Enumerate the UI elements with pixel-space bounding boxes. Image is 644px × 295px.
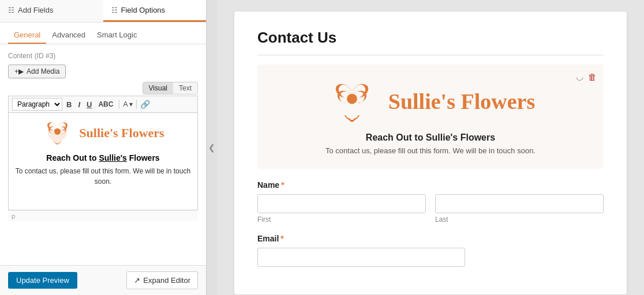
hero-heading: Reach Out to Sullie's Flowers [366,133,495,143]
name-label: Name * [257,180,604,190]
underline-button[interactable]: U [84,99,94,110]
color-button[interactable]: A ▾ [123,100,133,108]
first-label: First [257,215,426,224]
preview-title: Contact Us [257,29,604,55]
p-indicator: p [8,210,198,221]
email-field-group: Email * [257,234,604,267]
add-media-icon: +▶ [14,67,24,75]
editor-heading: Reach Out to Sullie's Flowers [14,153,192,162]
subtab-smart-logic[interactable]: Smart Logic [91,27,143,44]
hero-brand-name: Sullie's Flowers [388,89,535,114]
last-label: Last [435,215,604,224]
add-fields-label: Add Fields [18,6,53,14]
add-media-label: Add Media [27,67,59,75]
hero-banner: ◡ 🗑 Sullie's Flowers Reach Out to Sullie… [257,65,604,169]
editor-content: Sullie's Flowers Reach Out to Sullie's F… [14,119,192,187]
format-toolbar: Paragraph B I U ABC A ▾ 🔗 [8,96,198,112]
visual-text-toggle-row: Visual Text [8,82,198,94]
preview-card: Contact Us ◡ 🗑 Sullie's Flowers Rea [234,12,627,294]
link-button[interactable]: 🔗 [140,100,150,109]
editor-brand-name: Sullie's Flowers [79,126,164,141]
hero-copy-button[interactable]: ◡ [576,71,583,82]
toolbar-separator [119,100,119,109]
editor-logo-row: Sullie's Flowers [14,119,192,148]
hero-flower-icon [326,78,378,124]
email-input[interactable] [257,248,465,267]
name-fields-row: First Last [257,194,604,224]
field-options-content: Content (ID #3) +▶ Add Media Visual Text… [0,44,206,265]
toolbar-separator2 [136,100,137,109]
editor-area[interactable]: Sullie's Flowers Reach Out to Sullie's F… [8,112,198,210]
expand-editor-button[interactable]: ↗ Expand Editor [126,271,198,289]
subtab-general[interactable]: General [8,27,46,44]
field-options-label: Field Options [121,6,166,14]
expand-icon: ↗ [134,276,140,285]
name-field-group: Name * First Last [257,180,604,224]
svg-point-1 [347,94,357,104]
editor-flower-icon [42,119,73,148]
field-options-icon: ☷ [111,6,118,14]
strikethrough-button[interactable]: ABC [96,99,115,109]
email-label: Email * [257,234,604,243]
text-btn[interactable]: Text [173,82,197,94]
sub-tabs: General Advanced Smart Logic [0,22,206,44]
add-fields-icon: ☷ [8,6,14,14]
last-name-field: Last [435,194,604,224]
editor-body-text: To contact us, please fill out this form… [14,166,192,187]
tab-field-options[interactable]: ☷ Field Options [103,0,207,22]
subtab-advanced[interactable]: Advanced [46,27,91,44]
first-name-field: First [257,194,426,224]
last-name-input[interactable] [435,194,604,213]
bold-button[interactable]: B [64,99,74,110]
hero-actions: ◡ 🗑 [576,71,597,82]
update-preview-button[interactable]: Update Preview [8,272,77,289]
collapse-handle[interactable]: ❮ [207,0,217,295]
hero-logo-row: Sullie's Flowers [326,78,535,124]
left-panel: ☷ Add Fields ☷ Field Options General Adv… [0,0,207,295]
hero-subtext: To contact us, please fill out this form… [325,146,536,155]
right-panel: Contact Us ◡ 🗑 Sullie's Flowers Rea [217,0,644,295]
visual-btn[interactable]: Visual [143,82,173,94]
hero-delete-button[interactable]: 🗑 [588,71,597,82]
paragraph-select[interactable]: Paragraph [12,98,62,111]
top-tabs: ☷ Add Fields ☷ Field Options [0,0,206,22]
visual-text-toggle: Visual Text [143,82,198,94]
editor-bottom: Update Preview ↗ Expand Editor [0,265,206,295]
add-media-button[interactable]: +▶ Add Media [8,65,66,78]
expand-editor-label: Expand Editor [143,276,190,285]
italic-button[interactable]: I [76,99,83,110]
email-required-star: * [280,234,283,243]
svg-point-0 [54,128,61,135]
content-label: Content (ID #3) [8,51,198,60]
first-name-input[interactable] [257,194,426,213]
tab-add-fields[interactable]: ☷ Add Fields [0,0,103,22]
name-required-star: * [281,180,284,190]
